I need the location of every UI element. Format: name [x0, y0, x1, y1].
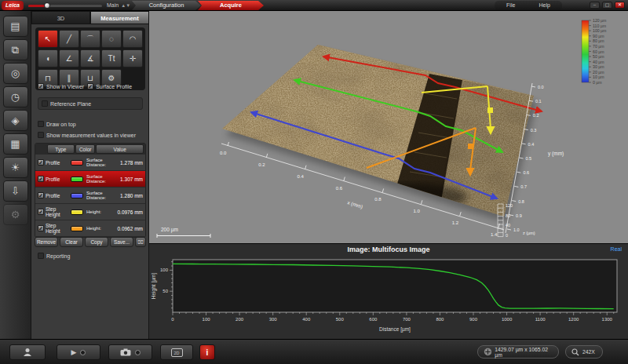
clear-button[interactable]: Clear	[60, 237, 83, 247]
table-row[interactable]: ✓ProfileSurface Distance:1.280 mm	[35, 187, 145, 204]
tab-3d[interactable]: 3D	[31, 11, 90, 24]
text-tool-button[interactable]: Tt	[101, 49, 122, 67]
column-header-value[interactable]: Value	[96, 144, 144, 154]
stage-icon[interactable]: ⇩	[3, 180, 28, 202]
svg-text:1.0: 1.0	[413, 209, 420, 213]
tab-configuration[interactable]: Configuration	[132, 1, 201, 10]
row-visibility-checkbox[interactable]: ✓	[38, 176, 44, 182]
display-2d-button[interactable]: 2D	[160, 344, 193, 360]
layers-icon[interactable]: ◈	[3, 110, 28, 131]
menu-help[interactable]: Help	[539, 1, 550, 10]
checkbox-box[interactable]	[38, 253, 44, 259]
camera-acquisition-icon[interactable]: ⧉	[3, 39, 28, 60]
draw-on-top-checkbox[interactable]: Draw on top	[38, 121, 76, 127]
spline-tool-button[interactable]: ⌒	[80, 30, 100, 48]
window-controls: – ▢ ✕	[590, 2, 625, 9]
measurement-value: 1.280 mm	[116, 193, 145, 198]
measurement-table: TypeColorValue✓ProfileSurface Distance:1…	[35, 143, 146, 238]
magnification-readout: 242X	[565, 345, 603, 359]
measurement-value: 1.307 mm	[116, 177, 145, 182]
checkbox-box[interactable]	[38, 121, 44, 127]
column-header-color[interactable]: Color	[75, 144, 95, 154]
freeform-tool-button[interactable]: ◖	[38, 49, 58, 67]
checkbox-label: Reporting	[46, 253, 70, 259]
save-button[interactable]: Save...	[110, 237, 133, 247]
height-profile-chart[interactable]: 0100200300400500600700800900100011001200…	[149, 256, 628, 339]
copy-button[interactable]: Copy	[85, 237, 108, 247]
svg-text:40 µm: 40 µm	[593, 60, 604, 64]
scale-mode-link[interactable]: Real	[611, 246, 622, 252]
checkbox-label: Draw on top	[46, 122, 76, 127]
leica-logo: Leica	[2, 1, 24, 10]
table-row[interactable]: ✓ProfileSurface Distance:1.307 mm	[35, 171, 145, 187]
angle-tool-button[interactable]: ∠	[59, 49, 79, 67]
maximize-button[interactable]: ▢	[602, 2, 612, 9]
menu-file[interactable]: File	[506, 1, 515, 10]
remove-button[interactable]: Remove	[35, 237, 58, 247]
table-row[interactable]: ✓ProfileSurface Distance:1.278 mm	[35, 155, 145, 171]
distance-tool-button[interactable]: ✛	[122, 49, 143, 67]
reference-plane-checkbox[interactable]: Reference Plane	[38, 97, 143, 110]
arc-tool-button[interactable]: ◠	[122, 30, 143, 48]
color-swatch[interactable]	[71, 160, 83, 166]
maintenance-icon[interactable]: ⚙	[3, 204, 28, 225]
surface-profile-checkbox[interactable]: ✓Surface Profile	[87, 83, 132, 89]
row-visibility-checkbox[interactable]: ✓	[38, 159, 44, 166]
spinner-arrows-icon[interactable]: ▲▼	[121, 3, 130, 8]
delete-all-button[interactable]: ⌧	[135, 237, 146, 247]
row-visibility-checkbox[interactable]: ✓	[38, 192, 44, 198]
magnifier-icon	[571, 348, 579, 356]
checkbox-box[interactable]: ✓	[87, 83, 93, 89]
angle-3point-tool-button[interactable]: ∡	[80, 49, 100, 67]
tab-measurement[interactable]: Measurement	[90, 11, 149, 24]
table-row[interactable]: ✓Step HeightHeight:0.0976 mm	[35, 204, 145, 220]
svg-text:0.2: 0.2	[258, 162, 265, 167]
row-visibility-checkbox[interactable]: ✓	[38, 209, 44, 215]
checkbox-box[interactable]	[42, 100, 48, 107]
svg-text:600: 600	[369, 317, 378, 322]
viewer-3d[interactable]: 0.00.20.40.60.81.01.21.4x (mm)0.00.10.20…	[149, 11, 628, 243]
color-swatch[interactable]	[71, 177, 83, 182]
svg-text:0.4: 0.4	[298, 174, 305, 179]
color-swatch[interactable]	[71, 209, 83, 215]
show-values-checkbox[interactable]: Show measurement values in viewer	[38, 132, 136, 138]
color-swatch[interactable]	[71, 193, 83, 198]
row-visibility-checkbox[interactable]: ✓	[38, 225, 44, 231]
value-label: Surface Distance:	[86, 174, 116, 184]
value-label: Surface Distance:	[86, 158, 116, 168]
mode-selector[interactable]: Main▲▼	[107, 1, 130, 10]
column-header-type[interactable]: Type	[47, 144, 75, 154]
svg-text:0.2: 0.2	[533, 113, 539, 118]
info-stop-button[interactable]: i	[199, 344, 215, 360]
height-color-scale: 120 µm110 µm100 µm90 µm80 µm70 µm60 µm50…	[582, 18, 606, 85]
checkbox-box[interactable]: ✓	[38, 83, 44, 89]
mosaic-icon[interactable]: ▦	[3, 133, 28, 155]
acquisition-clock-icon[interactable]: ◷	[3, 86, 28, 107]
live-button[interactable]: ▶	[57, 344, 100, 360]
application-window: Leica Main▲▼ Configuration Acquire File …	[0, 0, 628, 364]
capture-button[interactable]	[108, 344, 152, 360]
ellipse-tool-button[interactable]: ◌	[101, 30, 122, 48]
show-in-viewer-checkbox[interactable]: ✓Show in Viewer	[38, 83, 84, 89]
select-tool-button[interactable]: ↖	[38, 30, 58, 48]
experiments-icon[interactable]: ▤	[3, 16, 28, 37]
intensity-slider[interactable]	[28, 5, 102, 7]
svg-text:80: 80	[506, 213, 510, 218]
table-row[interactable]: ✓Step HeightHeight:0.0962 mm	[35, 220, 145, 237]
chart-y-label: Height [µm]	[151, 273, 157, 300]
objective-icon[interactable]: ◎	[3, 63, 28, 84]
close-button[interactable]: ✕	[615, 2, 625, 9]
line-tool-button[interactable]: ╱	[59, 30, 79, 48]
user-button[interactable]	[9, 344, 46, 360]
slider-knob[interactable]	[44, 2, 50, 9]
svg-text:1.4: 1.4	[491, 232, 498, 237]
reporting-checkbox[interactable]: Reporting	[38, 253, 70, 259]
tab-acquire[interactable]: Acquire	[198, 1, 264, 10]
checkbox-label: Show measurement values in viewer	[46, 133, 136, 138]
chart-title: Image: Multifocus Image	[149, 246, 628, 253]
checkbox-box[interactable]	[38, 132, 44, 138]
checkbox-label: Show in Viewer	[46, 84, 84, 89]
color-swatch[interactable]	[71, 226, 83, 231]
minimize-button[interactable]: –	[590, 2, 600, 9]
illumination-icon[interactable]: ☀	[3, 157, 28, 178]
